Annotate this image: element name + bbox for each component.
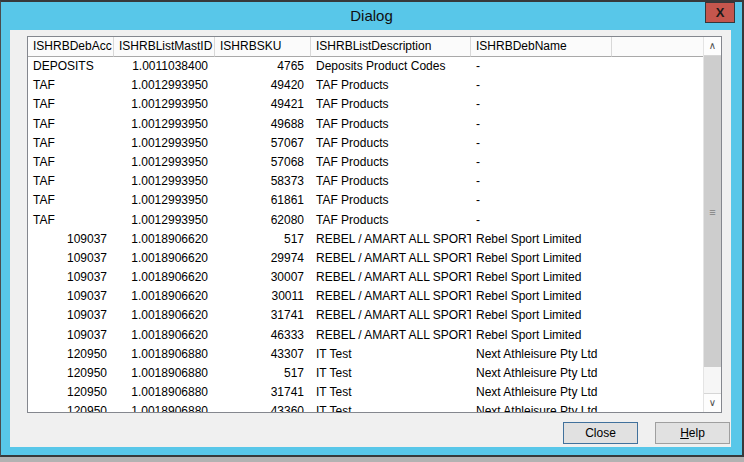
table-cell: 4765 <box>215 57 311 76</box>
table-header-row: ISHRBDebAccISHRBListMastIDISHRBSKUISHRBL… <box>28 37 704 57</box>
table-cell: TAF Products <box>311 76 471 95</box>
table-row[interactable]: TAF1.001299395049688TAF Products- <box>28 115 704 134</box>
table-cell: 46333 <box>215 326 311 345</box>
table-cell: TAF Products <box>311 191 471 210</box>
table-cell: Rebel Sport Limited <box>471 249 612 268</box>
table-cell: TAF <box>28 191 114 210</box>
table-cell: TAF Products <box>311 153 471 172</box>
table-cell: 1.0012993950 <box>114 115 215 134</box>
table-cell: TAF Products <box>311 115 471 134</box>
table-cell: Next Athleisure Pty Ltd <box>471 364 612 383</box>
table-row[interactable]: TAF1.001299395057067TAF Products- <box>28 134 704 153</box>
table-cell: 43307 <box>215 345 311 364</box>
table-cell <box>612 115 704 134</box>
table-cell: TAF <box>28 211 114 230</box>
table-row[interactable]: 1209501.001890688043307IT TestNext Athle… <box>28 345 704 364</box>
table-cell <box>612 191 704 210</box>
table-cell: 120950 <box>28 402 114 412</box>
table-cell: 62080 <box>215 211 311 230</box>
table-row[interactable]: TAF1.001299395049420TAF Products- <box>28 76 704 95</box>
records-table: ISHRBDebAccISHRBListMastIDISHRBSKUISHRBL… <box>27 36 722 413</box>
table-cell: 1.0018906880 <box>114 364 215 383</box>
table-cell <box>612 230 704 249</box>
table-row[interactable]: TAF1.001299395057068TAF Products- <box>28 153 704 172</box>
table-row[interactable]: 1090371.001890662031741REBEL / AMART ALL… <box>28 306 704 325</box>
column-header[interactable]: ISHRBSKU <box>215 37 311 57</box>
table-cell <box>612 345 704 364</box>
table-cell <box>612 249 704 268</box>
scrollbar-thumb[interactable]: ≡ <box>704 56 721 367</box>
table-cell: TAF <box>28 172 114 191</box>
table-cell: REBEL / AMART ALL SPORTS <box>311 268 471 287</box>
dialog-window: Dialog X ISHRBDebAccISHRBListMastIDISHRB… <box>0 0 744 457</box>
scrollbar-track[interactable]: ≡ <box>704 56 721 393</box>
vertical-scrollbar[interactable]: ∧ ≡ ∨ <box>703 37 721 412</box>
table-cell: 1.0018906880 <box>114 402 215 412</box>
table-cell: 31741 <box>215 383 311 402</box>
table-cell: 57068 <box>215 153 311 172</box>
table-row[interactable]: 1090371.001890662030007REBEL / AMART ALL… <box>28 268 704 287</box>
table-cell: - <box>471 172 612 191</box>
table-cell <box>612 402 704 412</box>
help-button[interactable]: Help <box>655 422 730 444</box>
table-row[interactable]: 1209501.0018906880517IT TestNext Athleis… <box>28 364 704 383</box>
table-cell: 1.0018906880 <box>114 383 215 402</box>
table-row[interactable]: 1090371.001890662046333REBEL / AMART ALL… <box>28 326 704 345</box>
table-row[interactable]: DEPOSITS1.00110384004765Deposits Product… <box>28 57 704 76</box>
table-cell: REBEL / AMART ALL SPORTS <box>311 230 471 249</box>
table-cell: Next Athleisure Pty Ltd <box>471 402 612 412</box>
table-row[interactable]: 1209501.001890688043360IT TestNext Athle… <box>28 402 704 412</box>
close-icon: X <box>706 3 734 22</box>
table-cell: Rebel Sport Limited <box>471 326 612 345</box>
column-header[interactable] <box>612 37 704 57</box>
table-row[interactable]: TAF1.001299395062080TAF Products- <box>28 211 704 230</box>
chevron-down-icon: ∨ <box>709 397 716 408</box>
column-header[interactable]: ISHRBListDescription <box>311 37 471 57</box>
chevron-up-icon: ∧ <box>709 40 716 51</box>
table-cell <box>612 76 704 95</box>
column-header[interactable]: ISHRBListMastID <box>114 37 215 57</box>
table-cell: 31741 <box>215 306 311 325</box>
table-cell: REBEL / AMART ALL SPORTS <box>311 249 471 268</box>
table-cell: 1.0018906620 <box>114 268 215 287</box>
scroll-up-button[interactable]: ∧ <box>704 37 721 56</box>
titlebar[interactable]: Dialog <box>1 2 742 30</box>
table-cell: 29974 <box>215 249 311 268</box>
table-cell: Rebel Sport Limited <box>471 230 612 249</box>
table-cell <box>612 57 704 76</box>
table-cell: TAF Products <box>311 95 471 114</box>
close-window-button[interactable]: X <box>705 2 735 23</box>
close-button[interactable]: Close <box>563 422 638 444</box>
table-cell: 517 <box>215 230 311 249</box>
table-cell: 1.0012993950 <box>114 172 215 191</box>
table-cell: REBEL / AMART ALL SPORTS <box>311 326 471 345</box>
table-cell: 61861 <box>215 191 311 210</box>
table-cell: 1.0011038400 <box>114 57 215 76</box>
table-row[interactable]: TAF1.001299395058373TAF Products- <box>28 172 704 191</box>
table-row[interactable]: 1090371.0018906620517REBEL / AMART ALL S… <box>28 230 704 249</box>
table-row[interactable]: 1090371.001890662030011REBEL / AMART ALL… <box>28 287 704 306</box>
table-cell: 109037 <box>28 306 114 325</box>
table-cell: TAF Products <box>311 172 471 191</box>
table-cell: Rebel Sport Limited <box>471 306 612 325</box>
table-row[interactable]: TAF1.001299395049421TAF Products- <box>28 95 704 114</box>
table-cell: Deposits Product Codes <box>311 57 471 76</box>
table-cell: - <box>471 153 612 172</box>
table-row[interactable]: TAF1.001299395061861TAF Products- <box>28 191 704 210</box>
table-cell: 109037 <box>28 230 114 249</box>
table-cell <box>612 153 704 172</box>
column-header[interactable]: ISHRBDebAcc <box>28 37 114 57</box>
table-cell <box>612 268 704 287</box>
table-row[interactable]: 1209501.001890688031741IT TestNext Athle… <box>28 383 704 402</box>
table-cell: DEPOSITS <box>28 57 114 76</box>
table-cell: TAF <box>28 115 114 134</box>
table-body: DEPOSITS1.00110384004765Deposits Product… <box>28 57 704 412</box>
table-cell <box>612 211 704 230</box>
scroll-down-button[interactable]: ∨ <box>704 393 721 412</box>
table-cell: TAF <box>28 76 114 95</box>
table-cell <box>612 287 704 306</box>
table-row[interactable]: 1090371.001890662029974REBEL / AMART ALL… <box>28 249 704 268</box>
column-header[interactable]: ISHRBDebName <box>471 37 612 57</box>
table-cell: 30007 <box>215 268 311 287</box>
table-cell: Next Athleisure Pty Ltd <box>471 345 612 364</box>
